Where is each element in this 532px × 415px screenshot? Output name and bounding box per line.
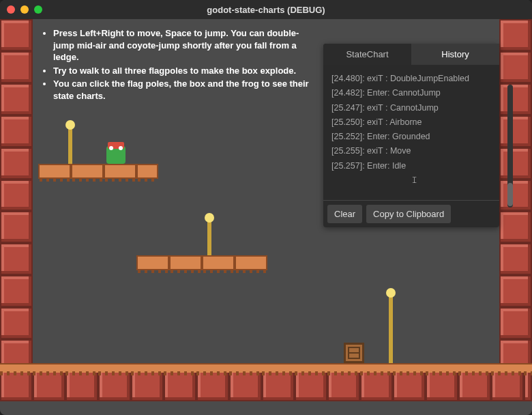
crate-box[interactable] [344, 343, 364, 363]
tab-history[interactable]: History [411, 44, 499, 65]
instruction-line: Press Left+Right to move, Space to jump.… [53, 27, 314, 63]
log-entry: [24.480]: exiT : DoubleJumpEnabled [331, 72, 491, 86]
close-icon[interactable] [7, 5, 15, 14]
clear-button[interactable]: Clear [327, 205, 362, 223]
panel-scrollbar[interactable] [507, 85, 513, 208]
wall-left [0, 19, 33, 371]
ground [0, 369, 532, 401]
log-entry: [25.255]: exiT : Move [331, 144, 491, 158]
window-title: godot-state-charts (DEBUG) [0, 5, 532, 15]
instructions-overlay: Press Left+Right to move, Space to jump.… [41, 27, 314, 103]
history-log[interactable]: [24.480]: exiT : DoubleJumpEnabled [24.4… [323, 65, 499, 200]
instruction-line: You can click the flag poles, the box an… [53, 78, 314, 102]
platform-upper [38, 164, 158, 179]
log-entry: [25.247]: exiT : CannotJump [331, 101, 491, 115]
log-entry: [25.252]: Enter: Grounded [331, 130, 491, 144]
text-cursor-icon: 𝙸 [411, 173, 417, 188]
panel-button-row: Clear Copy to Clipboard [323, 200, 499, 227]
app-window: godot-state-charts (DEBUG) Press Left+Ri… [0, 0, 532, 415]
debug-panel: StateChart History [24.480]: exiT : Doub… [323, 44, 499, 227]
tab-statechart[interactable]: StateChart [323, 44, 411, 65]
wall-right [499, 19, 532, 371]
log-entry: [25.257]: Enter: Idle [331, 159, 491, 173]
flagpole-2[interactable] [207, 218, 211, 255]
flagpole-1[interactable] [68, 126, 72, 164]
log-entry: [24.482]: Enter: CannotJump [331, 86, 491, 100]
titlebar: godot-state-charts (DEBUG) [0, 0, 532, 19]
player-frog[interactable] [106, 146, 125, 164]
panel-tabs: StateChart History [323, 44, 499, 65]
instruction-line: Try to walk to all three flagpoles to ma… [53, 65, 314, 77]
copy-to-clipboard-button[interactable]: Copy to Clipboard [366, 205, 451, 223]
platform-middle [136, 255, 267, 270]
zoom-icon[interactable] [34, 5, 42, 14]
window-controls [7, 5, 42, 14]
minimize-icon[interactable] [20, 5, 29, 14]
flagpole-3[interactable] [389, 294, 393, 363]
game-viewport[interactable]: Press Left+Right to move, Space to jump.… [0, 19, 532, 415]
log-entry: [25.250]: exiT : Airborne [331, 115, 491, 130]
